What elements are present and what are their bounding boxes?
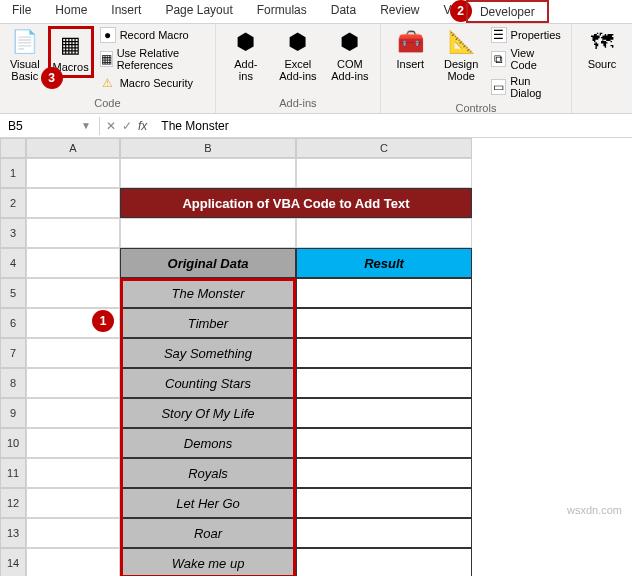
col-header-C[interactable]: C [296, 138, 472, 158]
row-header[interactable]: 5 [0, 278, 26, 308]
ribbon-tabbar: File Home Insert Page Layout Formulas Da… [0, 0, 632, 24]
cell[interactable] [26, 428, 120, 458]
tab-data[interactable]: Data [319, 0, 368, 23]
row-header[interactable]: 11 [0, 458, 26, 488]
tab-file[interactable]: File [0, 0, 43, 23]
data-cell[interactable]: Wake me up [120, 548, 296, 576]
result-cell[interactable] [296, 458, 472, 488]
excel-addins-label: Excel Add-ins [279, 58, 316, 82]
cell[interactable] [26, 458, 120, 488]
source-icon: 🗺 [588, 28, 616, 56]
tab-formulas[interactable]: Formulas [245, 0, 319, 23]
visual-basic-button[interactable]: 📄 Visual Basic [6, 26, 44, 84]
row-header[interactable]: 9 [0, 398, 26, 428]
macros-button[interactable]: ▦ Macros 3 [48, 26, 94, 78]
result-cell[interactable] [296, 368, 472, 398]
cell[interactable] [26, 248, 120, 278]
data-cell[interactable]: Royals [120, 458, 296, 488]
tab-view-partial[interactable]: Vi 2 [432, 0, 466, 23]
cell[interactable] [120, 218, 296, 248]
data-cell[interactable]: Timber [120, 308, 296, 338]
row-header[interactable]: 8 [0, 368, 26, 398]
formula-bar[interactable]: The Monster [153, 117, 632, 135]
properties-button[interactable]: ☰Properties [489, 26, 565, 44]
macro-security-label: Macro Security [120, 77, 193, 89]
result-cell[interactable] [296, 518, 472, 548]
cell[interactable] [296, 218, 472, 248]
excel-addins-button[interactable]: ⬢Excel Add-ins [274, 26, 322, 84]
row-header[interactable]: 13 [0, 518, 26, 548]
view-code-button[interactable]: ⧉View Code [489, 46, 565, 72]
cell[interactable] [26, 338, 120, 368]
result-cell[interactable] [296, 398, 472, 428]
view-code-icon: ⧉ [491, 51, 507, 67]
record-macro-label: Record Macro [120, 29, 189, 41]
fx-icon[interactable]: fx [138, 119, 147, 133]
com-addins-button[interactable]: ⬢COM Add-ins [326, 26, 374, 84]
cell[interactable] [26, 188, 120, 218]
header-original-data[interactable]: Original Data [120, 248, 296, 278]
row-header[interactable]: 2 [0, 188, 26, 218]
source-button[interactable]: 🗺Sourc [578, 26, 626, 72]
row-header[interactable]: 6 [0, 308, 26, 338]
result-cell[interactable] [296, 308, 472, 338]
use-relative-refs-button[interactable]: ▦Use Relative References [98, 46, 209, 72]
col-header-A[interactable]: A [26, 138, 120, 158]
name-box[interactable]: B5 ▼ [0, 117, 100, 135]
data-cell[interactable]: Let Her Go [120, 488, 296, 518]
col-header-B[interactable]: B [120, 138, 296, 158]
cancel-formula-icon[interactable]: ✕ [106, 119, 116, 133]
cell[interactable] [26, 158, 120, 188]
insert-control-button[interactable]: 🧰Insert [387, 26, 434, 72]
result-cell[interactable] [296, 338, 472, 368]
cell[interactable] [120, 158, 296, 188]
data-cell[interactable]: Counting Stars [120, 368, 296, 398]
row-header[interactable]: 1 [0, 158, 26, 188]
name-box-value: B5 [8, 119, 23, 133]
row-header[interactable]: 3 [0, 218, 26, 248]
data-cell[interactable]: Story Of My Life [120, 398, 296, 428]
name-box-dropdown-icon[interactable]: ▼ [81, 120, 91, 131]
cell[interactable] [26, 218, 120, 248]
formula-bar-row: B5 ▼ ✕ ✓ fx The Monster [0, 114, 632, 138]
title-cell[interactable]: Application of VBA Code to Add Text [120, 188, 472, 218]
cell[interactable] [26, 368, 120, 398]
tab-developer[interactable]: Developer [466, 0, 549, 23]
addins-button[interactable]: ⬢Add- ins [222, 26, 270, 84]
enter-formula-icon[interactable]: ✓ [122, 119, 132, 133]
select-all-corner[interactable] [0, 138, 26, 158]
visual-basic-icon: 📄 [11, 28, 39, 56]
row-header[interactable]: 10 [0, 428, 26, 458]
result-cell[interactable] [296, 278, 472, 308]
cell[interactable] [26, 548, 120, 576]
data-cell[interactable]: Demons [120, 428, 296, 458]
tab-page-layout[interactable]: Page Layout [153, 0, 244, 23]
record-macro-button[interactable]: ●Record Macro [98, 26, 209, 44]
result-cell[interactable] [296, 428, 472, 458]
cell[interactable] [26, 488, 120, 518]
row-header[interactable]: 4 [0, 248, 26, 278]
tab-insert[interactable]: Insert [99, 0, 153, 23]
cell[interactable] [296, 158, 472, 188]
design-mode-button[interactable]: 📐Design Mode [438, 26, 485, 84]
relative-refs-label: Use Relative References [117, 47, 207, 71]
tab-home[interactable]: Home [43, 0, 99, 23]
properties-icon: ☰ [491, 27, 507, 43]
data-cell[interactable]: Roar [120, 518, 296, 548]
cell[interactable] [26, 518, 120, 548]
tab-review[interactable]: Review [368, 0, 431, 23]
row-header[interactable]: 7 [0, 338, 26, 368]
result-cell[interactable] [296, 488, 472, 518]
data-cell[interactable]: The Monster [120, 278, 296, 308]
macro-security-button[interactable]: ⚠Macro Security [98, 74, 209, 92]
data-cell[interactable]: Say Something [120, 338, 296, 368]
cell[interactable] [26, 278, 120, 308]
result-cell[interactable] [296, 548, 472, 576]
row-header[interactable]: 12 [0, 488, 26, 518]
run-dialog-button[interactable]: ▭Run Dialog [489, 74, 565, 100]
row-header[interactable]: 14 [0, 548, 26, 576]
code-group-label: Code [6, 95, 209, 111]
ribbon-group-code: 📄 Visual Basic ▦ Macros 3 ●Record Macro … [0, 24, 216, 113]
cell[interactable] [26, 398, 120, 428]
header-result[interactable]: Result [296, 248, 472, 278]
